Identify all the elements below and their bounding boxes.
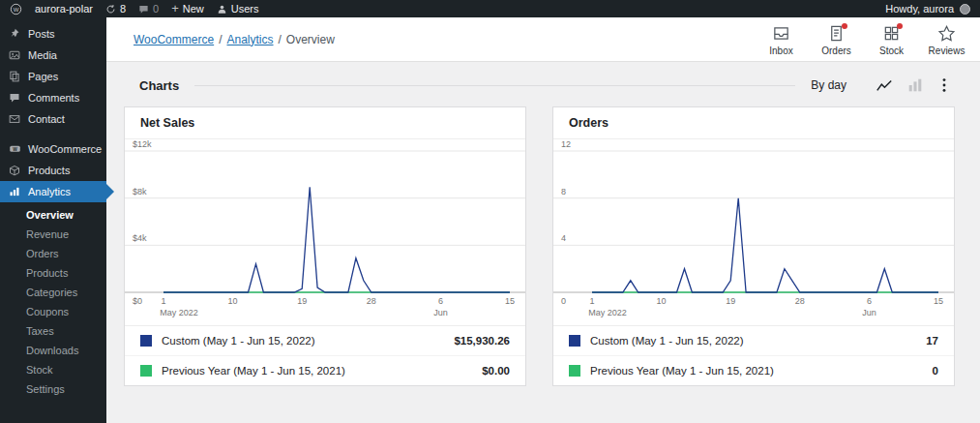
breadcrumb-analytics-link[interactable]: Analytics xyxy=(226,33,273,46)
sidebar-item-label: Posts xyxy=(28,28,55,40)
submenu-item-revenue[interactable]: Revenue xyxy=(0,225,106,244)
sidebar-item-products[interactable]: Products xyxy=(0,160,106,181)
submenu-item-coupons[interactable]: Coupons xyxy=(0,302,106,321)
breadcrumb-separator: / xyxy=(219,33,222,46)
action-label: Orders xyxy=(821,45,851,56)
svg-text:0: 0 xyxy=(561,296,566,306)
woocommerce-header: WooCommerce / Analytics / Overview Inbox xyxy=(106,17,980,62)
submenu-label: Stock xyxy=(26,364,53,376)
svg-text:28: 28 xyxy=(795,296,805,306)
wordpress-logo-menu[interactable]: W xyxy=(10,3,22,15)
sidebar-item-analytics[interactable]: Analytics xyxy=(0,181,106,202)
line-chart-toggle-icon[interactable] xyxy=(876,76,893,94)
submenu-item-categories[interactable]: Categories xyxy=(0,283,106,302)
custom-series-swatch xyxy=(569,335,580,347)
site-name-link[interactable]: aurora-polar xyxy=(35,3,93,15)
inbox-button[interactable]: Inbox xyxy=(754,22,809,56)
svg-text:Jun: Jun xyxy=(862,308,876,317)
sidebar-item-label: WooCommerce xyxy=(28,143,102,155)
comments-count: 0 xyxy=(153,3,159,15)
legend-value: $0.00 xyxy=(482,365,510,377)
legend-value: 0 xyxy=(933,365,938,377)
svg-text:$0: $0 xyxy=(133,296,142,306)
legend-label: Previous Year (May 1 - Jun 15, 2021) xyxy=(162,365,345,377)
updates-link[interactable]: 8 xyxy=(105,3,126,15)
star-icon xyxy=(937,24,956,43)
svg-text:19: 19 xyxy=(297,296,307,306)
orders-button[interactable]: Orders xyxy=(809,22,864,56)
submenu-label: Categories xyxy=(26,287,77,298)
legend-row[interactable]: Custom (May 1 - Jun 15, 2022) $15,930.26 xyxy=(125,326,525,355)
svg-text:10: 10 xyxy=(228,296,238,306)
submenu-label: Revenue xyxy=(26,228,69,240)
new-label: New xyxy=(183,3,204,15)
admin-bar: W aurora-polar 8 0 + New Users Howdy, au… xyxy=(0,0,980,17)
svg-text:4: 4 xyxy=(561,233,566,243)
sidebar-item-posts[interactable]: Posts xyxy=(0,23,106,45)
sidebar-item-label: Comments xyxy=(28,92,79,104)
interval-dropdown[interactable]: By day xyxy=(811,78,860,92)
sidebar-item-pages[interactable]: Pages xyxy=(0,66,106,87)
orders-line-chart[interactable]: 128401101928615May 2022Jun xyxy=(553,139,954,325)
svg-text:15: 15 xyxy=(505,296,515,306)
svg-text:W: W xyxy=(13,147,17,152)
chart-cards: Net Sales $12k$8k$4k$01101928615May 2022… xyxy=(124,106,955,386)
users-link[interactable]: Users xyxy=(217,3,259,15)
stock-button[interactable]: Stock xyxy=(864,22,919,56)
reviews-button[interactable]: Reviews xyxy=(919,22,974,56)
analytics-submenu: Overview Revenue Orders Products Categor… xyxy=(0,202,106,405)
bar-chart-toggle-icon[interactable] xyxy=(906,76,924,94)
svg-text:$4k: $4k xyxy=(133,233,147,243)
media-icon xyxy=(8,49,21,61)
submenu-label: Orders xyxy=(26,248,59,259)
submenu-item-orders[interactable]: Orders xyxy=(0,244,106,263)
new-content-link[interactable]: + New xyxy=(171,3,204,15)
account-menu[interactable]: Howdy, aurora xyxy=(885,3,954,15)
svg-text:$8k: $8k xyxy=(133,187,147,196)
svg-text:May 2022: May 2022 xyxy=(588,308,627,317)
legend-row[interactable]: Custom (May 1 - Jun 15, 2022) 17 xyxy=(553,326,954,355)
breadcrumb-woocommerce-link[interactable]: WooCommerce xyxy=(134,33,214,46)
wordpress-logo-icon: W xyxy=(10,3,22,15)
custom-series-swatch xyxy=(140,335,152,347)
svg-text:28: 28 xyxy=(367,296,376,306)
previous-year-series-swatch xyxy=(140,365,152,377)
orders-card-title: Orders xyxy=(553,107,954,139)
comments-link[interactable]: 0 xyxy=(138,3,159,15)
sidebar-item-comments[interactable]: Comments xyxy=(0,87,106,108)
pin-icon xyxy=(8,28,21,40)
submenu-label: Overview xyxy=(26,209,74,221)
submenu-item-settings[interactable]: Settings xyxy=(0,379,106,399)
charts-section-header: Charts By day xyxy=(124,76,955,94)
legend-label: Custom (May 1 - Jun 15, 2022) xyxy=(590,335,744,347)
sidebar-item-woocommerce[interactable]: W WooCommerce xyxy=(0,138,106,160)
submenu-label: Products xyxy=(26,267,68,279)
users-label: Users xyxy=(231,3,259,15)
avatar[interactable] xyxy=(960,4,970,15)
svg-text:May 2022: May 2022 xyxy=(160,308,198,317)
inbox-icon xyxy=(772,24,790,43)
submenu-item-stock[interactable]: Stock xyxy=(0,360,106,379)
legend-row[interactable]: Previous Year (May 1 - Jun 15, 2021) 0 xyxy=(553,355,954,385)
previous-year-series-swatch xyxy=(569,365,580,377)
legend-row[interactable]: Previous Year (May 1 - Jun 15, 2021) $0.… xyxy=(125,355,525,385)
legend-label: Previous Year (May 1 - Jun 15, 2021) xyxy=(590,365,774,377)
sidebar-item-contact[interactable]: Contact xyxy=(0,108,106,130)
submenu-item-overview[interactable]: Overview xyxy=(0,205,106,225)
net-sales-card: Net Sales $12k$8k$4k$01101928615May 2022… xyxy=(124,106,526,386)
envelope-icon xyxy=(8,113,21,125)
site-name-label: aurora-polar xyxy=(35,3,93,15)
sidebar-item-label: Contact xyxy=(28,113,65,125)
submenu-item-taxes[interactable]: Taxes xyxy=(0,321,106,341)
more-options-kebab-icon[interactable] xyxy=(937,76,951,94)
action-label: Inbox xyxy=(769,45,792,56)
sidebar-item-media[interactable]: Media xyxy=(0,45,106,66)
comment-icon xyxy=(8,92,21,104)
submenu-item-downloads[interactable]: Downloads xyxy=(0,341,106,360)
submenu-label: Coupons xyxy=(26,306,69,317)
howdy-label: Howdy, aurora xyxy=(885,3,954,15)
charts-section: Charts By day Net xyxy=(106,62,980,386)
net-sales-line-chart[interactable]: $12k$8k$4k$01101928615May 2022Jun xyxy=(125,139,525,325)
submenu-item-products[interactable]: Products xyxy=(0,263,106,283)
legend-label: Custom (May 1 - Jun 15, 2022) xyxy=(162,335,315,347)
